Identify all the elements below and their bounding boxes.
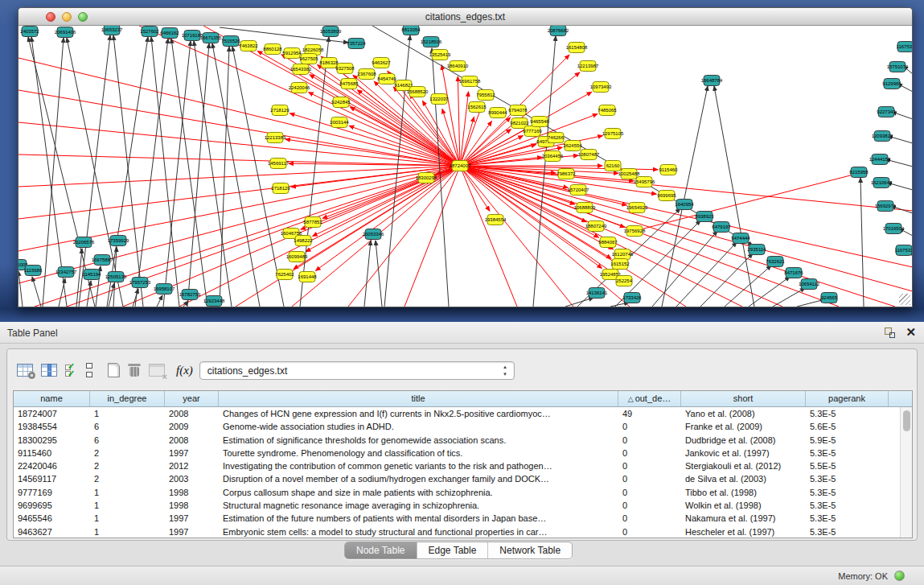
graph-node-teal[interactable]: 6479197 [712, 222, 731, 233]
citation-network-graph[interactable]: 1872400724035722069140610653237152760264… [18, 26, 912, 307]
graph-node-yellow[interactable]: 9777169 [523, 126, 542, 137]
network-canvas[interactable]: 1872400724035722069140610653237152760264… [18, 26, 912, 307]
graph-node-yellow[interactable]: 12213987 [577, 61, 599, 72]
graph-node-teal[interactable]: 1145194 [83, 270, 102, 280]
table-scrollbar-thumb[interactable] [903, 410, 910, 431]
graph-node-teal[interactable]: 6466162 [160, 28, 179, 39]
graph-node-yellow[interactable]: 9627505 [299, 54, 318, 64]
graph-node-yellow[interactable]: 8475685 [339, 79, 359, 89]
graph-node-yellow[interactable]: 2718129 [271, 183, 290, 194]
graph-node-yellow[interactable]: 1691448 [298, 272, 317, 282]
graph-node-yellow[interactable]: 12975105 [602, 129, 624, 139]
new-table-icon[interactable] [108, 363, 120, 377]
graph-node-yellow[interactable]: 15495796 [634, 177, 655, 187]
graph-node-teal[interactable]: 7357224 [347, 39, 366, 49]
graph-node-teal[interactable]: 17359929 [108, 236, 129, 246]
graph-node-teal[interactable]: 20691406 [55, 27, 76, 38]
graph-node-teal[interactable]: 20053346 [363, 229, 384, 240]
graph-node-teal[interactable]: 1167533 [897, 42, 912, 52]
graph-node-yellow[interactable]: 2367608 [357, 69, 376, 80]
graph-node-yellow[interactable]: 18807249 [585, 221, 607, 232]
graph-node-teal[interactable]: 1167533 [895, 245, 912, 256]
graph-node-teal[interactable]: 16648784 [701, 76, 723, 86]
graph-node-teal[interactable]: 12923448 [203, 296, 225, 307]
graph-node-yellow[interactable]: 1322037 [429, 94, 449, 105]
graph-node-teal[interactable]: 10654112 [799, 279, 820, 290]
column-visibility-icon[interactable] [41, 364, 57, 377]
graph-node-yellow[interactable]: 9115460 [659, 165, 679, 175]
graph-node-teal[interactable]: 10653237 [101, 26, 123, 35]
graph-node-teal[interactable]: 14136141 [586, 288, 608, 299]
graph-node-yellow[interactable]: 746266 [548, 133, 565, 143]
graph-node-teal[interactable]: 9474444 [731, 233, 750, 244]
column-header-name[interactable]: name [14, 391, 90, 406]
graph-node-yellow[interactable]: 7485065 [598, 105, 617, 116]
column-header-pagerank[interactable]: pagerank [806, 391, 889, 406]
graph-node-yellow[interactable]: 8990444 [488, 108, 507, 118]
graph-node-yellow[interactable]: 16099489 [286, 252, 308, 262]
graph-node-yellow[interactable]: 9463627 [372, 58, 391, 68]
graph-node-yellow[interactable]: 9699695 [657, 191, 676, 201]
graph-node-teal[interactable]: 8813054 [401, 26, 421, 35]
tab-network-table[interactable]: Network Table [488, 542, 572, 558]
graph-node-teal[interactable]: 8471676 [784, 268, 803, 278]
graph-node-teal[interactable]: 15751074 [887, 62, 909, 72]
graph-node-yellow[interactable]: 9465546 [530, 117, 549, 127]
graph-node-yellow[interactable]: 7955812 [476, 90, 495, 101]
graph-node-teal[interactable]: 1527602 [140, 27, 159, 37]
graph-node-yellow[interactable]: 2718129 [270, 105, 290, 116]
graph-node-teal[interactable]: 12093822 [872, 131, 893, 142]
graph-node-teal[interactable]: 16782759 [179, 290, 201, 300]
graph-node-yellow[interactable]: 15720407 [568, 185, 589, 196]
graph-node-yellow[interactable]: 6794078 [508, 105, 528, 116]
graph-node-yellow[interactable]: 1498222 [294, 236, 313, 246]
graph-node-yellow[interactable]: 22420046 [289, 83, 310, 93]
node-table[interactable]: namein_degreeyeartitle△out_de…shortpager… [13, 390, 913, 538]
graph-node-yellow[interactable]: 12213383 [265, 133, 286, 143]
graph-node-yellow[interactable]: 10973493 [590, 82, 612, 93]
graph-node-teal[interactable]: 2403572 [20, 27, 39, 37]
graph-node-teal[interactable]: 15218506 [421, 37, 442, 47]
graph-node-yellow[interactable]: 252254 [616, 276, 633, 286]
graph-node-teal[interactable]: 12342757 [55, 267, 77, 278]
graph-node-yellow[interactable]: 9327508 [335, 64, 355, 74]
table-row[interactable]: 2242004622012Investigating the contribut… [14, 459, 912, 472]
graph-node-yellow[interactable]: 2003144 [330, 117, 349, 128]
graph-node-teal[interactable]: 924565 [821, 293, 838, 303]
graph-node-teal[interactable]: 8215958 [849, 167, 869, 178]
column-header-title[interactable]: title [219, 391, 618, 406]
table-selector-dropdown[interactable]: citations_edges.txt ▲▼ [199, 361, 515, 380]
graph-node-yellow[interactable]: 13525419 [429, 50, 451, 60]
graph-node-teal[interactable]: 8938923 [695, 212, 714, 222]
window-resize-grip[interactable] [899, 294, 910, 305]
graph-node-teal[interactable]: 12444158 [869, 154, 891, 165]
graph-node-teal[interactable]: 1640954 [675, 200, 694, 210]
graph-node-teal[interactable]: 15692971 [875, 201, 897, 212]
graph-node-yellow[interactable]: 9242845 [331, 97, 351, 108]
function-builder-icon[interactable]: f(x) [176, 364, 193, 377]
graph-node-yellow[interactable]: 10688809 [574, 203, 596, 213]
graph-node-teal[interactable]: 16671355 [200, 33, 222, 43]
table-row[interactable]: 969969511998Structural magnetic resonanc… [14, 499, 912, 512]
graph-node-yellow[interactable]: 20364456 [542, 151, 564, 162]
table-scrollbar[interactable] [900, 407, 912, 538]
graph-node-teal[interactable]: 20876682 [548, 26, 569, 36]
graph-node-yellow[interactable]: 8860128 [263, 44, 282, 55]
graph-node-teal[interactable]: 1115686 [24, 266, 43, 276]
graph-node-yellow[interactable]: 18724007 [450, 161, 471, 171]
table-row[interactable]: 1830029562008Estimation of significance … [14, 434, 912, 447]
column-header-year[interactable]: year [165, 391, 219, 406]
graph-node-teal[interactable]: 16210643 [871, 178, 893, 188]
graph-node-teal[interactable]: 2935114 [748, 245, 767, 255]
select-all-icon[interactable]: ✓✓ [65, 363, 78, 377]
graph-node-yellow[interactable]: 16961758 [459, 76, 481, 87]
graph-node-yellow[interactable]: 14569117 [268, 159, 290, 169]
graph-node-yellow[interactable]: 7625402 [275, 270, 294, 280]
graph-node-yellow[interactable]: 7463822 [239, 41, 258, 51]
graph-node-yellow[interactable]: 1615152 [610, 259, 630, 270]
graph-node-teal[interactable]: 7515526 [221, 36, 240, 47]
graph-node-teal[interactable]: 16958107 [154, 284, 175, 295]
graph-node-yellow[interactable]: 19384554 [485, 215, 507, 225]
table-row[interactable]: 1938455462009Genome-wide association stu… [14, 420, 912, 433]
network-window-titlebar[interactable]: citations_edges.txt [18, 8, 912, 26]
